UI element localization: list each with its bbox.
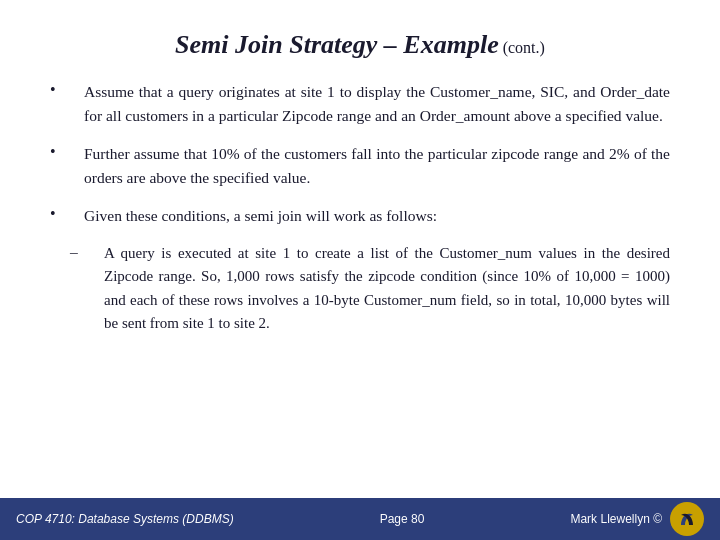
- title-area: Semi Join Strategy – Example (cont.): [40, 20, 680, 60]
- bullet-text-2: Further assume that 10% of the customers…: [84, 142, 670, 190]
- bullet-item-1: • Assume that a query originates at site…: [50, 80, 670, 128]
- footer-right-area: Mark Llewellyn ©: [570, 502, 704, 536]
- footer-left-text: COP 4710: Database Systems (DDBMS): [16, 512, 234, 526]
- sub-bullet-item-1: – A query is executed at site 1 to creat…: [50, 242, 670, 335]
- slide-container: Semi Join Strategy – Example (cont.) • A…: [0, 0, 720, 540]
- bullet-text-1: Assume that a query originates at site 1…: [84, 80, 670, 128]
- footer-center-text: Page 80: [380, 512, 425, 526]
- svg-point-0: [674, 506, 700, 532]
- content-area: • Assume that a query originates at site…: [40, 80, 680, 335]
- slide-title-cont: (cont.): [503, 39, 545, 56]
- bullet-text-3: Given these conditions, a semi join will…: [84, 204, 670, 228]
- bullet-item-3: • Given these conditions, a semi join wi…: [50, 204, 670, 228]
- footer: COP 4710: Database Systems (DDBMS) Page …: [0, 498, 720, 540]
- logo-icon: [673, 505, 701, 533]
- bullet-symbol-1: •: [50, 81, 66, 99]
- bullet-item-2: • Further assume that 10% of the custome…: [50, 142, 670, 190]
- sub-bullet-text-1: A query is executed at site 1 to create …: [104, 242, 670, 335]
- footer-right-text: Mark Llewellyn ©: [570, 512, 662, 526]
- bullet-symbol-2: •: [50, 143, 66, 161]
- bullet-symbol-3: •: [50, 205, 66, 223]
- sub-bullet-symbol-1: –: [70, 243, 86, 261]
- footer-logo: [670, 502, 704, 536]
- slide-title-main: Semi Join Strategy – Example: [175, 30, 499, 59]
